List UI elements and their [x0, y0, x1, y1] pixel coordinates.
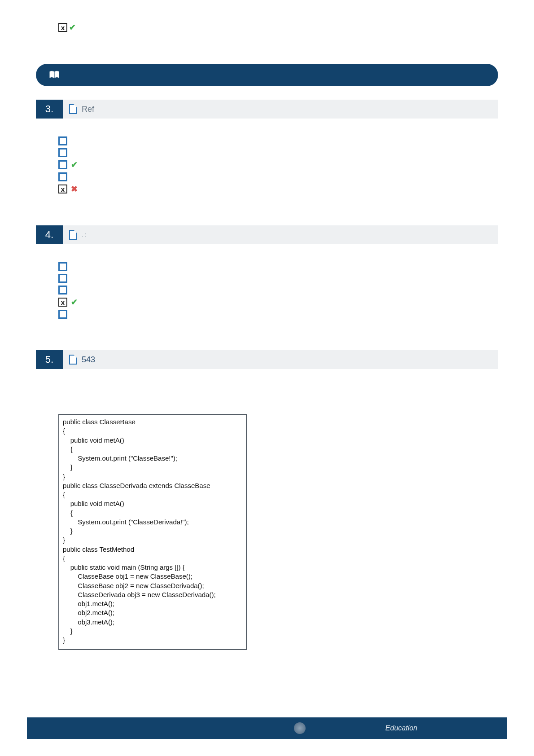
question-row: 5. 543: [36, 350, 498, 369]
answer-row: x✖: [58, 184, 498, 194]
check-icon: ✔: [69, 22, 76, 32]
box-empty-icon: [58, 286, 67, 294]
footer-bar: Education: [27, 717, 507, 739]
question-row: 4. .:: [36, 225, 498, 244]
answer-row: [58, 136, 498, 145]
top-answer-mark: x ✔: [58, 22, 498, 32]
answer-row: [58, 172, 498, 181]
document-icon: [69, 355, 77, 365]
box-x-icon: x: [58, 298, 67, 307]
book-icon: [48, 70, 60, 80]
question-label-area: .:: [63, 225, 94, 244]
document-icon: [69, 104, 77, 114]
box-empty-icon: [58, 160, 67, 169]
box-empty-icon: [58, 262, 67, 271]
box-x-icon: x: [58, 185, 67, 193]
box-empty-icon: [58, 148, 67, 157]
answer-row: [58, 286, 498, 294]
box-x-icon: x: [58, 23, 67, 32]
check-icon: ✔: [71, 297, 78, 307]
question-label-area: 543: [63, 350, 101, 369]
answer-row: [58, 274, 498, 283]
check-icon: ✔: [71, 160, 78, 170]
answer-row: ✔: [58, 160, 498, 170]
answer-row: [58, 262, 498, 271]
question-row: 3. Ref: [36, 100, 498, 119]
box-empty-icon: [58, 274, 67, 283]
document-icon: [69, 230, 77, 240]
code-image: public class ClasseBase { public void me…: [58, 414, 247, 650]
page-content: x ✔ 3. Ref ✔x✖ 4. .: x✔ 5. 543: [0, 0, 534, 650]
question-number: 4.: [36, 225, 63, 244]
box-empty-icon: [58, 310, 67, 319]
question-number: 3.: [36, 100, 63, 119]
answer-row: [58, 148, 498, 157]
cross-icon: ✖: [71, 184, 78, 194]
seal-icon: [294, 722, 306, 734]
code-text: public class ClasseBase { public void me…: [63, 418, 242, 645]
answer-row: [58, 310, 498, 319]
question-label: Ref: [82, 105, 94, 114]
section-header-bar: [36, 64, 498, 86]
footer-text: Education: [27, 724, 507, 732]
question-number: 5.: [36, 350, 63, 369]
question-label: 543: [82, 355, 95, 365]
answers-block: ✔x✖: [58, 136, 498, 194]
box-empty-icon: [58, 172, 67, 181]
answer-row: x✔: [58, 297, 498, 307]
question-label-area: Ref: [63, 100, 101, 119]
answers-block: x✔: [58, 262, 498, 319]
box-empty-icon: [58, 136, 67, 145]
question-label: .:: [82, 231, 88, 238]
